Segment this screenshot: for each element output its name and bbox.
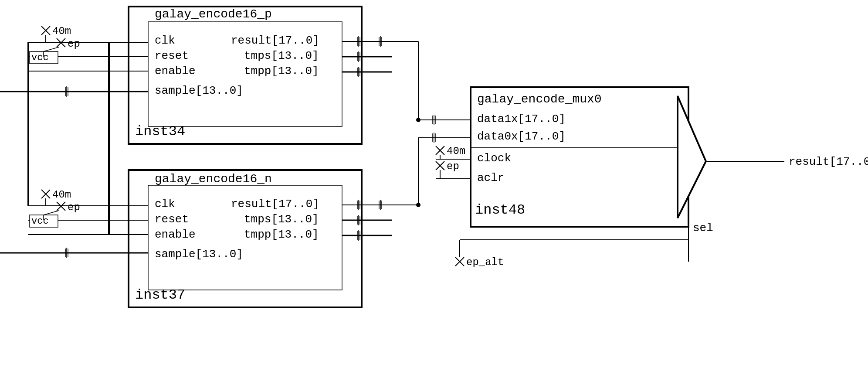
inst48-input-clock: clock [477, 152, 511, 165]
inst37-input-clk: clk [155, 198, 175, 211]
vcc-label-bot: vcc [31, 216, 49, 227]
inst34-output-tmpp: tmpp[13..0] [244, 65, 319, 78]
inst34-input-sample: sample[13..0] [155, 84, 243, 97]
inst37-output-tmps: tmps[13..0] [244, 213, 319, 226]
center-40m-label: 40m [447, 145, 465, 157]
junction-34-result [416, 118, 420, 122]
vcc-to-ep-bot [44, 211, 59, 215]
center-ep-label: ep [447, 160, 459, 172]
inst34-output-tmps: tmps[13..0] [244, 49, 319, 62]
clk-40m-label-bot: 40m [52, 189, 71, 201]
inst37-instance: inst37 [135, 287, 185, 303]
inst48-title: galay_encode_mux0 [477, 92, 602, 106]
inst34-instance: inst34 [135, 123, 185, 140]
inst34-title: galay_encode16_p [155, 7, 272, 21]
clk-40m-label-top: 40m [52, 25, 71, 37]
inst37-input-sample: sample[13..0] [155, 248, 243, 261]
inst37-input-enable: enable [155, 228, 196, 241]
inst48-instance: inst48 [475, 202, 525, 218]
vcc-label-top: vcc [31, 52, 49, 63]
inst37-title: galay_encode16_n [155, 172, 272, 186]
inst48-input-aclr: aclr [477, 171, 504, 184]
diagram-container: galay_encode16_p inst34 clk reset enable… [0, 0, 868, 385]
vcc-to-ep-top [44, 47, 59, 51]
inst37-output-tmpp: tmpp[13..0] [244, 228, 319, 241]
ep-label-bot: ep [68, 201, 80, 213]
ep-label-top: ep [68, 38, 80, 50]
inst48-input-data0x: data0x[17..0] [477, 130, 566, 143]
inst34-output-result: result[17..0] [231, 34, 319, 47]
inst34-input-reset: reset [155, 49, 189, 62]
inst48-input-data1x: data1x[17..0] [477, 112, 566, 126]
inst48-mux-triangle [678, 96, 706, 218]
inst34-input-clk: clk [155, 34, 175, 47]
epalt-label: ep_alt [466, 256, 504, 268]
inst37-input-reset: reset [155, 213, 189, 226]
inst37-output-result: result[17..0] [231, 198, 319, 211]
inst48-result-label: result[17..0] [789, 155, 868, 168]
junction-37-result [416, 203, 420, 207]
inst34-input-enable: enable [155, 65, 196, 78]
inst48-sel-label: sel [693, 221, 713, 235]
